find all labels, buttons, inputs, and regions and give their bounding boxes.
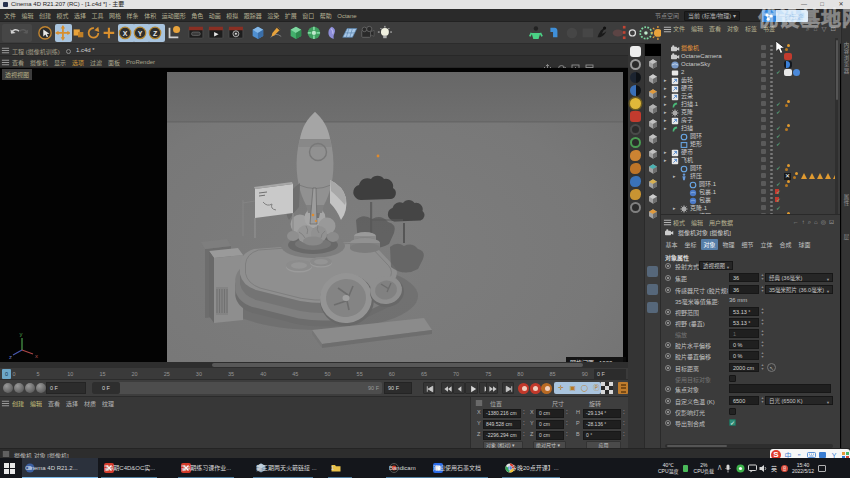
- frame-start-field[interactable]: 0 F: [46, 382, 86, 394]
- expander-icon[interactable]: ▸: [664, 101, 667, 108]
- expander-icon[interactable]: ▸: [664, 93, 667, 100]
- object-name[interactable]: 圆环.1: [699, 181, 716, 188]
- weights-ghost-icon[interactable]: [564, 24, 581, 42]
- visibility-dots[interactable]: [770, 101, 773, 108]
- landscape-icon[interactable]: [647, 284, 658, 295]
- menu-模拟[interactable]: 模拟: [226, 11, 238, 20]
- coord-spinner[interactable]: ⁚: [566, 409, 570, 415]
- expander-icon[interactable]: ▸: [664, 149, 667, 156]
- joint-icon[interactable]: [546, 24, 563, 42]
- solo-icon[interactable]: [618, 382, 628, 394]
- param-field[interactable]: 36: [729, 285, 759, 294]
- menu-样条[interactable]: 样条: [127, 11, 139, 20]
- light-icon[interactable]: [377, 24, 394, 42]
- am-nav-icon-1[interactable]: ↑: [802, 218, 805, 226]
- visibility-dots[interactable]: [770, 117, 773, 124]
- enable-checkbox[interactable]: [761, 77, 766, 82]
- goto-end-button[interactable]: [502, 382, 514, 394]
- tray-expand-icon[interactable]: ᐱ: [718, 465, 722, 471]
- tree-row-云朵[interactable]: ▸云朵: [661, 92, 836, 100]
- am-horizontal-scrollbar[interactable]: [665, 444, 833, 448]
- record-key-button[interactable]: [518, 383, 529, 394]
- param-circle-icon[interactable]: [665, 287, 671, 293]
- coord-spinner[interactable]: ⁚: [566, 420, 570, 426]
- tray-green-icon[interactable]: [736, 464, 744, 473]
- visibility-dots[interactable]: [770, 69, 773, 76]
- om-menu-文件[interactable]: 文件: [673, 24, 685, 33]
- cmotion-icon[interactable]: [628, 24, 638, 42]
- generator-check-icon[interactable]: ✓: [776, 69, 781, 76]
- material-menu-选择[interactable]: 选择: [66, 399, 78, 408]
- tree-row-飞机[interactable]: ▸飞机: [661, 156, 836, 164]
- expander-icon[interactable]: ▸: [664, 85, 667, 92]
- tree-row-圆环[interactable]: 圆环✓: [661, 132, 836, 140]
- octane-brush-icon[interactable]: [630, 189, 641, 200]
- am-nav-icon-5[interactable]: ⊡: [829, 218, 834, 226]
- dock-tab-layers[interactable]: 层: [843, 234, 850, 241]
- param-field[interactable]: 53.13 °: [729, 318, 759, 327]
- pan-icon[interactable]: [543, 59, 552, 68]
- goto-start-button[interactable]: [423, 382, 435, 394]
- tray-sogou-icon[interactable]: [780, 464, 788, 473]
- menu-网格[interactable]: 网格: [109, 11, 121, 20]
- visibility-dots[interactable]: [770, 173, 773, 180]
- material-menu-材质[interactable]: 材质: [84, 399, 96, 408]
- kf-position-toggle[interactable]: ✛: [556, 382, 566, 394]
- visibility-dots[interactable]: [770, 149, 773, 156]
- param-field[interactable]: 0 %: [729, 351, 759, 360]
- param-circle-icon[interactable]: [665, 309, 671, 315]
- tree-row-房子[interactable]: ▸房子: [661, 116, 836, 124]
- object-name[interactable]: 硬币: [681, 149, 693, 156]
- render-settings-icon[interactable]: [228, 24, 246, 42]
- param-checkbox[interactable]: ✓: [729, 419, 736, 426]
- tree-row-扫描.1[interactable]: ▸扫描.1✓: [661, 100, 836, 108]
- keyframe-selection-icon[interactable]: [601, 382, 612, 393]
- visibility-dots[interactable]: [770, 157, 773, 164]
- redo-icon[interactable]: [16, 24, 33, 42]
- om-menu-查看[interactable]: 查看: [709, 24, 721, 33]
- last-tool-icon[interactable]: [101, 24, 118, 42]
- menu-创建[interactable]: 创建: [39, 11, 51, 20]
- octane-liveviewer-icon[interactable]: [630, 46, 641, 57]
- visibility-dots[interactable]: [770, 205, 773, 212]
- viewport-3d[interactable]: y x z 透视视图: [0, 68, 632, 362]
- viewport-hamburger-icon[interactable]: [1, 58, 10, 67]
- slider-handle[interactable]: 0 F: [92, 382, 120, 394]
- visibility-dots[interactable]: [770, 45, 773, 52]
- generator-check-icon[interactable]: ✓: [776, 101, 781, 108]
- enable-checkbox[interactable]: [761, 173, 766, 178]
- menu-角色[interactable]: 角色: [191, 11, 203, 20]
- visibility-dots[interactable]: [770, 165, 773, 172]
- coord-spinner[interactable]: ⁚: [623, 409, 627, 415]
- mograph-icon[interactable]: [306, 24, 323, 42]
- enable-checkbox[interactable]: [761, 157, 766, 162]
- octane-gear-icon[interactable]: [630, 124, 641, 135]
- maximize-view-icon[interactable]: [585, 59, 594, 68]
- param-dropdown[interactable]: 日光 (6500 K)▼: [765, 396, 833, 405]
- am-nav-icon-0[interactable]: ←: [793, 218, 799, 226]
- nodespace-dropdown[interactable]: 当前 (标准/物理) ▾: [684, 11, 740, 21]
- tree-row-OctaneCamera[interactable]: OctaneCamera: [661, 52, 836, 60]
- coord-pos-Y[interactable]: 849.528 cm: [483, 420, 521, 429]
- tray-notification-icon[interactable]: [818, 464, 826, 473]
- tree-row-OctaneSky[interactable]: OctaneSky: [661, 60, 836, 68]
- object-name[interactable]: 摄像机: [681, 45, 699, 52]
- next-key-button[interactable]: [486, 382, 498, 394]
- enable-checkbox[interactable]: [761, 125, 766, 130]
- autokey-button[interactable]: [530, 383, 541, 394]
- tray-chat-icon[interactable]: [748, 464, 756, 473]
- generator-check-icon[interactable]: ✓: [776, 181, 781, 188]
- project-tab[interactable]: 工程 (摄像机训练): [12, 47, 60, 56]
- workplane-mode-icon[interactable]: [647, 103, 658, 114]
- tree-row-摄像机[interactable]: 摄像机: [661, 44, 836, 52]
- menu-工具[interactable]: 工具: [92, 11, 104, 20]
- tree-row-克隆[interactable]: ▸克隆✓: [661, 108, 836, 116]
- tag-icons[interactable]: [784, 60, 793, 68]
- object-name[interactable]: 圆环: [690, 133, 702, 140]
- octane-hdri-icon[interactable]: [630, 72, 641, 83]
- record-sphere-2[interactable]: [14, 383, 24, 393]
- points-mode-icon[interactable]: [647, 118, 658, 129]
- lock-z-icon[interactable]: Z: [148, 24, 165, 42]
- am-menu-用户数据[interactable]: 用户数据: [709, 218, 733, 227]
- menu-选择[interactable]: 选择: [74, 11, 86, 20]
